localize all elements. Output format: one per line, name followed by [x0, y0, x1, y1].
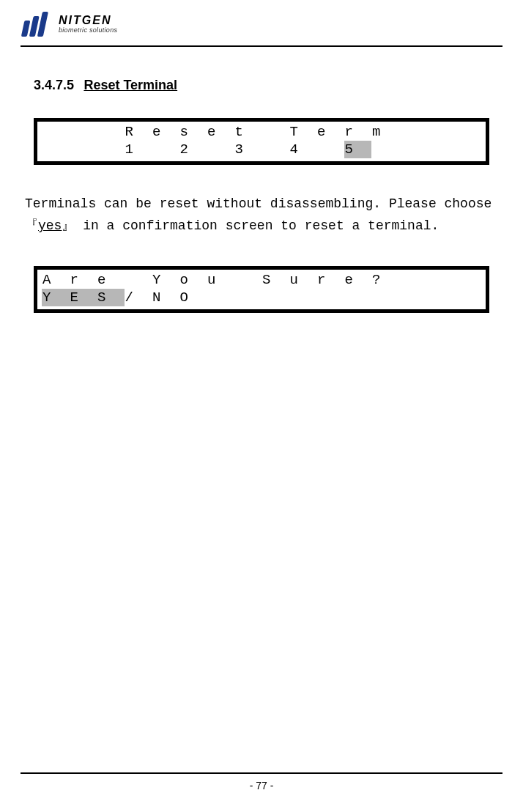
lcd-cell: e: [152, 123, 179, 141]
section-heading: 3.4.7.5 Reset Terminal: [21, 78, 502, 93]
lcd-cell: [70, 141, 97, 158]
logo-main: NITGEN: [59, 15, 117, 26]
page-header: NITGEN biometric solutions: [21, 12, 502, 47]
lcd-cell: E: [70, 289, 97, 306]
lcd-cell: [454, 123, 482, 141]
lcd-cell: [316, 289, 344, 306]
lcd-cell: [207, 141, 234, 158]
lcd-cell: [262, 289, 289, 306]
body-yes: yes: [38, 218, 62, 233]
logo-sub: biometric solutions: [59, 27, 117, 34]
lcd-cell: [426, 271, 454, 289]
lcd-cell: T: [289, 123, 317, 141]
lcd-cell: 3: [234, 141, 262, 158]
lcd-cell: 2: [179, 141, 207, 158]
section-title: Reset Terminal: [84, 78, 177, 92]
lcd-cell: t: [234, 123, 262, 141]
lcd-cell: o: [179, 271, 207, 289]
lcd-cell: 1: [125, 141, 152, 158]
lcd2-row1: Are You Sure?: [42, 271, 481, 289]
lcd-cell: r: [344, 123, 372, 141]
lcd-cell: 5: [344, 141, 372, 158]
nitgen-logo-icon: [21, 12, 53, 37]
lcd-cell: [454, 141, 482, 158]
lcd-cell: [97, 141, 125, 158]
lcd-cell: e: [316, 123, 344, 141]
lcd-cell: r: [316, 271, 344, 289]
lcd-cell: [234, 271, 262, 289]
lcd-cell: [70, 123, 97, 141]
page-number: - 77 -: [21, 780, 502, 791]
lcd1-row2: 1 2 3 4 5: [42, 141, 481, 158]
svg-rect-1: [29, 16, 40, 37]
lcd-cell: r: [70, 271, 97, 289]
body-line1-post: 』: [62, 218, 75, 233]
lcd-cell: [97, 123, 125, 141]
lcd-cell: [344, 289, 372, 306]
body-paragraph: Terminals can be reset without disassemb…: [25, 193, 498, 237]
lcd-cell: e: [207, 123, 234, 141]
lcd-cell: [399, 289, 427, 306]
lcd-cell: A: [42, 271, 70, 289]
lcd-panel-1: Reset Term 1 2 3 4 5: [34, 118, 489, 165]
lcd-cell: [42, 141, 70, 158]
lcd-cell: u: [289, 271, 317, 289]
lcd-cell: [207, 289, 234, 306]
lcd-cell: /: [125, 289, 152, 306]
lcd-cell: S: [97, 289, 125, 306]
lcd-cell: [426, 123, 454, 141]
lcd-panel-2: Are You Sure? YES/NO: [34, 266, 489, 313]
lcd-cell: Y: [42, 289, 70, 306]
logo-text: NITGEN biometric solutions: [59, 15, 117, 34]
lcd-cell: S: [262, 271, 289, 289]
lcd-cell: [426, 289, 454, 306]
body-line2: in a confirmation screen to reset a term…: [83, 218, 439, 233]
lcd-cell: [125, 271, 152, 289]
lcd-cell: e: [344, 271, 372, 289]
lcd-cell: [399, 123, 427, 141]
section-number: 3.4.7.5: [34, 78, 74, 92]
lcd-cell: [262, 141, 289, 158]
lcd-cell: ?: [371, 271, 399, 289]
lcd-cell: [262, 123, 289, 141]
lcd-cell: 4: [289, 141, 317, 158]
lcd-cell: [289, 289, 317, 306]
lcd-cell: [426, 141, 454, 158]
page-footer: - 77 -: [21, 772, 502, 791]
lcd-cell: R: [125, 123, 152, 141]
lcd2-row2: YES/NO: [42, 289, 481, 306]
lcd-cell: e: [97, 271, 125, 289]
lcd-cell: [371, 141, 399, 158]
lcd-cell: O: [179, 289, 207, 306]
lcd-cell: [152, 141, 179, 158]
lcd-cell: [454, 289, 482, 306]
lcd-cell: u: [207, 271, 234, 289]
footer-rule: [21, 772, 502, 774]
lcd-cell: s: [179, 123, 207, 141]
lcd-cell: [371, 289, 399, 306]
lcd-cell: m: [371, 123, 399, 141]
lcd1-row1: Reset Term: [42, 123, 481, 141]
lcd-cell: Y: [152, 271, 179, 289]
svg-rect-2: [37, 12, 48, 37]
lcd-cell: [399, 271, 427, 289]
lcd-cell: [316, 141, 344, 158]
lcd-cell: N: [152, 289, 179, 306]
lcd-cell: [399, 141, 427, 158]
lcd-cell: [454, 271, 482, 289]
svg-rect-0: [21, 21, 31, 37]
lcd-cell: [234, 289, 262, 306]
lcd-cell: [42, 123, 70, 141]
